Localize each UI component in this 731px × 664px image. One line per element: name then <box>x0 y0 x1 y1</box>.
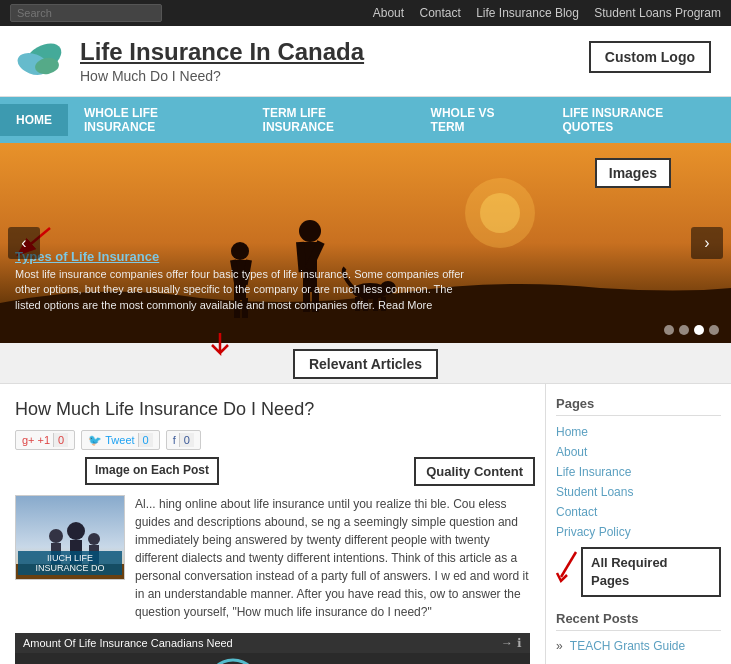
annotation-relevant-box: Relevant Articles <box>293 349 438 379</box>
hero-caption-text: Most life insurance companies offer four… <box>15 267 465 313</box>
gplus-button[interactable]: g+ +1 0 <box>15 430 75 450</box>
article-text: Al... hing online about life insurance u… <box>135 495 530 621</box>
tweet-button[interactable]: 🐦 Tweet 0 <box>81 430 159 450</box>
article-title: How Much Life Insurance Do I Need? <box>15 399 530 420</box>
bullet-icon: » <box>556 639 563 653</box>
hero-dot-2[interactable] <box>679 325 689 335</box>
sidebar-pages-title: Pages <box>556 396 721 416</box>
fb-count: 0 <box>179 433 194 447</box>
hero-slider: Images Types of Life Insurance Most life… <box>0 143 731 343</box>
sidebar-link-privacy[interactable]: Privacy Policy <box>556 522 721 542</box>
sidebar-link-contact[interactable]: Contact <box>556 502 721 522</box>
video-area: Amount Of Life Insurance Canadians Need … <box>15 633 530 664</box>
hero-caption-title: Types of Life Insurance <box>15 249 465 264</box>
article-body: IIUCH LIFE INSURANCE DO Al... hing onlin… <box>15 495 530 621</box>
nav-whole-life[interactable]: WHOLE LIFE INSURANCE <box>68 97 247 143</box>
svg-point-29 <box>88 533 100 545</box>
nav-home[interactable]: HOME <box>0 104 68 136</box>
annotation-required-box: All RequiredPages <box>581 547 721 597</box>
top-nav-contact[interactable]: Contact <box>419 6 460 20</box>
tweet-label: Tweet <box>105 434 134 446</box>
article-body-wrapper: Quality Content Image on Each Post <box>15 495 530 621</box>
top-nav: About Contact Life Insurance Blog Studen… <box>361 6 721 20</box>
hero-dots <box>664 325 719 335</box>
hero-next-button[interactable]: › <box>691 227 723 259</box>
top-bar: About Contact Life Insurance Blog Studen… <box>0 0 731 26</box>
video-wrapper: Amount Of Life Insurance Canadians Need … <box>15 633 530 664</box>
logo-icon <box>15 36 70 86</box>
required-arrow <box>551 547 581 587</box>
site-header: Life Insurance In Canada How Much Do I N… <box>0 26 731 97</box>
sidebar-link-insurance[interactable]: Life Insurance <box>556 462 721 482</box>
nav-whole-vs-term[interactable]: WHOLE VS TERM <box>415 97 547 143</box>
nav-quotes[interactable]: LIFE INSURANCE QUOTES <box>547 97 731 143</box>
share-icon[interactable]: → <box>501 636 513 650</box>
article-thumb-label: IIUCH LIFE INSURANCE DO <box>18 551 122 575</box>
fb-button[interactable]: f 0 <box>166 430 201 450</box>
tweet-icon: 🐦 <box>88 434 102 447</box>
sidebar-pages-links: Home About Life Insurance Student Loans … <box>556 422 721 542</box>
info-icon[interactable]: ℹ <box>517 636 522 650</box>
sidebar-recent-title: Recent Posts <box>556 611 721 631</box>
site-subtitle: How Much Do I Need? <box>80 68 364 84</box>
annotation-quality-box: Quality Content <box>414 457 535 486</box>
svg-point-23 <box>480 193 520 233</box>
site-title: Life Insurance In Canada <box>80 38 364 66</box>
hero-caption: Types of Life Insurance Most life insura… <box>15 249 465 313</box>
quality-annotation-wrapper: Quality Content Image on Each Post <box>15 495 530 621</box>
top-nav-loans[interactable]: Student Loans Program <box>594 6 721 20</box>
hero-dot-1[interactable] <box>664 325 674 335</box>
hero-prev-button[interactable]: ‹ <box>8 227 40 259</box>
main-nav: HOME WHOLE LIFE INSURANCE TERM LIFE INSU… <box>0 97 731 143</box>
fb-icon: f <box>173 434 176 446</box>
annotation-images-box: Images <box>595 158 671 188</box>
relevant-arrow <box>200 333 240 363</box>
logo-area: Life Insurance In Canada How Much Do I N… <box>15 36 364 86</box>
search-input[interactable] <box>10 4 162 22</box>
sidebar-recent-links: » TEACH Grants Guide <box>556 637 721 655</box>
gplus-count: 0 <box>53 433 68 447</box>
svg-point-10 <box>299 220 321 242</box>
sidebar-recent-link-1[interactable]: » TEACH Grants Guide <box>556 637 721 655</box>
video-icons: → ℹ <box>501 636 522 650</box>
sidebar-link-about[interactable]: About <box>556 442 721 462</box>
gplus-label: +1 <box>38 434 51 446</box>
sidebar: Pages Home About Life Insurance Student … <box>546 384 731 664</box>
relevant-articles-section: Relevant Articles <box>0 343 731 383</box>
top-nav-blog[interactable]: Life Insurance Blog <box>476 6 579 20</box>
tweet-count: 0 <box>138 433 153 447</box>
gplus-icon: g+ <box>22 434 35 446</box>
top-nav-about[interactable]: About <box>373 6 404 20</box>
sidebar-link-home[interactable]: Home <box>556 422 721 442</box>
video-title: Amount Of Life Insurance Canadians Need … <box>15 633 530 653</box>
main-content: How Much Life Insurance Do I Need? g+ +1… <box>0 383 731 664</box>
annotation-image-post-box: Image on Each Post <box>85 457 219 485</box>
article-thumbnail: IIUCH LIFE INSURANCE DO <box>15 495 125 580</box>
all-required-pages-wrapper: All RequiredPages <box>556 547 721 597</box>
search-area[interactable] <box>10 4 162 22</box>
svg-point-32 <box>208 660 258 665</box>
custom-logo-box: Custom Logo <box>589 41 711 73</box>
hero-dot-3[interactable] <box>694 325 704 335</box>
svg-point-25 <box>49 529 63 543</box>
sidebar-link-loans[interactable]: Student Loans <box>556 482 721 502</box>
nav-term-life[interactable]: TERM LIFE INSURANCE <box>247 97 415 143</box>
site-titles: Life Insurance In Canada How Much Do I N… <box>80 38 364 84</box>
hero-dot-4[interactable] <box>709 325 719 335</box>
social-bar: g+ +1 0 🐦 Tweet 0 f 0 <box>15 430 530 450</box>
svg-point-27 <box>67 522 85 540</box>
article-section: How Much Life Insurance Do I Need? g+ +1… <box>0 384 546 664</box>
